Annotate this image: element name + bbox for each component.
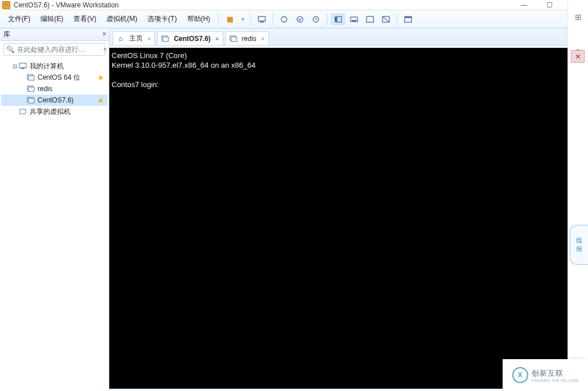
tree-item-label: CentOS7.6)	[38, 96, 73, 104]
tree-item-label: CentOS 64 位	[38, 73, 80, 83]
main-area: 库 × 🔍 ▼ ⊟ 我的计算机 CentOS 64 位 ★ redis	[0, 28, 588, 391]
outer-close-button[interactable]: ✕	[571, 50, 585, 63]
snapshot-revert-button[interactable]	[293, 13, 307, 26]
console-line: Kernel 3.10.0-957.el7.x86_64 on an x86_6…	[112, 61, 256, 69]
vm-icon	[26, 85, 35, 93]
maximize-button[interactable]: ☐	[537, 0, 562, 10]
float-line: 报	[576, 245, 582, 253]
menu-toolbar-row: 文件(F) 编辑(E) 查看(V) 虚拟机(M) 选项卡(T) 帮助(H) ▮▮…	[0, 10, 588, 28]
tree-item-centos64[interactable]: CentOS 64 位 ★	[1, 72, 108, 83]
menu-vm[interactable]: 虚拟机(M)	[102, 12, 142, 26]
menu-edit[interactable]: 编辑(E)	[36, 12, 68, 26]
separator	[327, 13, 327, 26]
menu-help[interactable]: 帮助(H)	[183, 12, 215, 26]
vm-console[interactable]: CentOS Linux 7 (Core) Kernel 3.10.0-957.…	[109, 48, 586, 389]
favorite-star-icon[interactable]: ★	[97, 96, 104, 105]
tab-label: CentOS7.6)	[174, 35, 211, 43]
tree-root-my-computer[interactable]: ⊟ 我的计算机	[1, 60, 108, 72]
thumbnail-view-button[interactable]	[347, 13, 361, 26]
svg-line-11	[383, 17, 389, 22]
library-title: 库	[3, 30, 10, 39]
tree-item-centos76[interactable]: CentOS7.6) ★	[1, 94, 108, 106]
vm-icon	[229, 35, 237, 43]
svg-rect-13	[405, 17, 412, 18]
svg-rect-21	[28, 98, 34, 103]
tree-root-label: 我的计算机	[30, 61, 64, 71]
float-line: 线	[576, 236, 582, 245]
library-search-input[interactable]	[17, 46, 102, 53]
console-line: Contos7 login:	[112, 80, 159, 89]
console-view-button[interactable]	[401, 13, 416, 26]
apps-grid-icon[interactable]: ⊞	[573, 11, 584, 23]
tree-collapse-icon[interactable]: ⊟	[11, 63, 18, 69]
menu-file[interactable]: 文件(F)	[3, 12, 35, 26]
svg-rect-22	[20, 109, 26, 114]
tree-shared-label: 共享的虚拟机	[30, 107, 71, 117]
brand-name: 创新互联	[532, 368, 579, 378]
tab-redis[interactable]: redis ×	[225, 31, 269, 45]
snapshot-manager-button[interactable]	[309, 13, 323, 26]
app-icon: □	[2, 1, 10, 9]
svg-rect-19	[28, 87, 34, 92]
console-line: CentOS Linux 7 (Core)	[112, 51, 187, 60]
power-dropdown[interactable]: ▾	[238, 13, 247, 26]
brand-subtitle: CHUANG XIN HU LIAN	[532, 378, 579, 382]
svg-rect-0	[258, 17, 265, 21]
vm-icon	[161, 35, 169, 43]
tree-item-redis[interactable]: redis	[1, 83, 108, 94]
show-library-button[interactable]	[331, 13, 346, 26]
separator	[273, 13, 273, 26]
outer-page-gutter: ⊞ ≡ ✕ 线 报	[568, 0, 588, 391]
console-wrapper: CentOS Linux 7 (Core) Kernel 3.10.0-957.…	[109, 46, 588, 391]
tab-close-icon[interactable]: ×	[147, 35, 151, 42]
library-panel: 库 × 🔍 ▼ ⊟ 我的计算机 CentOS 64 位 ★ redis	[0, 28, 109, 391]
favorite-star-icon[interactable]: ★	[97, 73, 104, 82]
svg-rect-14	[19, 63, 26, 68]
vm-tabs: ⌂ 主页 × CentOS7.6) × redis ×	[109, 28, 588, 46]
menu-tabs[interactable]: 选项卡(T)	[143, 12, 181, 26]
svg-rect-8	[352, 20, 356, 22]
search-dropdown-icon[interactable]: ▼	[102, 47, 108, 52]
separator	[250, 13, 251, 26]
fullscreen-button[interactable]	[363, 13, 377, 26]
library-search[interactable]: 🔍 ▼	[3, 43, 105, 56]
svg-rect-9	[367, 17, 373, 22]
window-titlebar: □ CentOS7.6) - VMware Workstation — ☐ ✕	[0, 0, 588, 10]
vm-icon	[26, 96, 35, 104]
brand-logo-icon: X	[512, 367, 528, 383]
pause-vm-button[interactable]: ▮▮	[222, 13, 237, 26]
search-icon: 🔍	[6, 46, 15, 53]
library-header: 库 ×	[0, 28, 109, 41]
computer-icon	[18, 62, 27, 70]
tab-close-icon[interactable]: ×	[215, 35, 219, 42]
tab-home[interactable]: ⌂ 主页 ×	[113, 31, 155, 45]
content-area: ⌂ 主页 × CentOS7.6) × redis × CentOS Linux…	[109, 28, 588, 391]
separator	[218, 13, 219, 26]
library-tree: ⊟ 我的计算机 CentOS 64 位 ★ redis CentOS7.6) ★	[0, 58, 109, 120]
library-close-button[interactable]: ×	[102, 30, 106, 38]
window-title: CentOS7.6) - VMware Workstation	[14, 1, 119, 9]
unity-button[interactable]	[379, 13, 393, 26]
svg-rect-1	[260, 21, 264, 22]
shared-vm-icon	[18, 108, 27, 116]
menu-view[interactable]: 查看(V)	[69, 12, 101, 26]
tab-close-icon[interactable]: ×	[261, 35, 265, 42]
svg-rect-17	[28, 76, 34, 80]
svg-rect-26	[231, 37, 237, 42]
home-icon: ⌂	[117, 35, 125, 43]
tree-item-label: redis	[38, 85, 52, 93]
svg-rect-15	[21, 68, 24, 69]
tab-label: 主页	[129, 34, 143, 43]
tree-root-shared[interactable]: 共享的虚拟机	[1, 106, 108, 117]
separator	[397, 13, 397, 26]
snapshot-take-button[interactable]	[277, 13, 291, 26]
vm-icon	[26, 73, 35, 81]
brand-watermark: X 创新互联 CHUANG XIN HU LIAN	[503, 359, 588, 391]
svg-rect-24	[163, 37, 168, 42]
side-float-tab[interactable]: 线 报	[570, 225, 588, 265]
svg-rect-6	[337, 17, 342, 22]
tab-label: redis	[242, 35, 257, 43]
send-ctrl-alt-del-button[interactable]	[254, 13, 269, 26]
tab-centos76[interactable]: CentOS7.6) ×	[157, 31, 223, 45]
minimize-button[interactable]: —	[511, 0, 537, 10]
